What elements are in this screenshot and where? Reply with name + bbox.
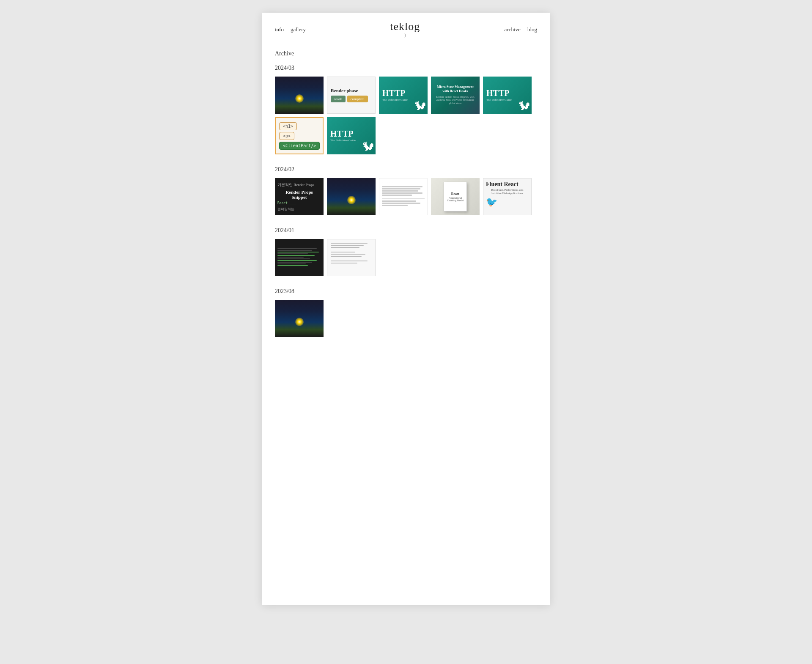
thumb-react-book[interactable]: React FoundationalThinking Model xyxy=(431,178,480,215)
header-center: teklog ) xyxy=(390,20,420,38)
thumbnails-2023-08 xyxy=(275,300,537,337)
header: info gallery teklog ) archive blog xyxy=(262,13,550,43)
dc-line-1 xyxy=(277,248,317,249)
article-title-line: - - - - - - - xyxy=(382,181,393,184)
thumb-dark-sunset-2[interactable] xyxy=(327,178,376,215)
render-phase-buttons: work complete xyxy=(331,96,368,102)
article-line-4 xyxy=(382,192,422,194)
wd-line-7 xyxy=(331,261,368,261)
thumb-html-elements[interactable]: <h1> <p> <ClientPart/> xyxy=(275,117,324,154)
http-label-3: HTTP xyxy=(330,129,353,138)
work-button: work xyxy=(331,96,346,102)
wd-line-8 xyxy=(331,263,357,263)
thumb-text-article[interactable]: - - - - - - - xyxy=(379,178,428,215)
thumb-render-phase[interactable]: Render phase work complete xyxy=(327,77,376,114)
dc-line-7 xyxy=(277,258,310,259)
render-props-main: Render Props Snippet xyxy=(277,189,321,200)
wd-line-3 xyxy=(331,247,359,248)
wd-line-5 xyxy=(331,254,365,255)
article-line-2 xyxy=(382,188,420,189)
wd-line-2 xyxy=(331,245,364,246)
thumb-dark-sunset-1[interactable] xyxy=(275,77,324,114)
micro-state-sub: Explore custom hooks, libraries, Vue, Zu… xyxy=(433,96,477,105)
thumbnails-2024-03: Render phase work complete HTTP The Defi… xyxy=(275,77,537,154)
react-book-cover: React FoundationalThinking Model xyxy=(444,182,467,211)
thumb-fluent-react[interactable]: Fluent React Build fast, Performant, and… xyxy=(483,178,532,215)
dc-line-10 xyxy=(277,263,306,264)
dc-line-5 xyxy=(277,255,315,256)
render-phase-title: Render phase xyxy=(331,88,358,93)
thumb-dark-code[interactable] xyxy=(275,239,324,276)
http-label-1: HTTP xyxy=(382,89,405,97)
thumb-http-3[interactable]: HTTP The Definitive Guide 🐿 xyxy=(327,117,376,154)
article-line-5 xyxy=(382,195,412,196)
article-line-1 xyxy=(382,186,422,187)
squirrel-icon-1: 🐿 xyxy=(414,99,426,113)
dc-line-8 xyxy=(277,260,317,261)
render-props-header: 기본적인 Render Props xyxy=(277,182,314,188)
section-date-2024-03: 2024/03 xyxy=(275,65,537,71)
render-props-code: React ___ xyxy=(277,201,296,205)
fluent-react-title: Fluent React xyxy=(486,181,518,187)
fluent-react-sub: Build fast, Performant, and Intuitive We… xyxy=(486,188,529,195)
nav-left: info gallery xyxy=(275,26,306,33)
page-heading: Archive xyxy=(275,50,537,57)
article-line-3 xyxy=(382,190,418,192)
client-part-tag: <ClientPart/> xyxy=(279,142,320,150)
render-props-desc: 렌더링하는 xyxy=(277,207,294,211)
section-2024-02: 2024/02 기본적인 Render Props Render Props S… xyxy=(275,166,537,215)
section-date-2024-02: 2024/02 xyxy=(275,166,537,173)
react-book-title: React xyxy=(451,192,460,196)
thumb-render-props[interactable]: 기본적인 Render Props Render Props Snippet R… xyxy=(275,178,324,215)
thumb-micro-state[interactable]: Micro State Management with React Hooks … xyxy=(431,77,480,114)
complete-button: complete xyxy=(347,96,368,102)
section-2024-01: 2024/01 xyxy=(275,227,537,276)
squirrel-icon-3: 🐿 xyxy=(362,140,374,154)
http-sub-3: The Definitive Guide xyxy=(330,139,356,142)
react-book-sub: FoundationalThinking Model xyxy=(447,197,464,202)
dc-line-9 xyxy=(277,262,312,263)
section-date-2024-01: 2024/01 xyxy=(275,227,537,234)
micro-state-title: Micro State Management with React Hooks xyxy=(433,85,477,94)
dc-line-6 xyxy=(277,257,304,258)
thumbnails-2024-02: 기본적인 Render Props Render Props Snippet R… xyxy=(275,178,537,215)
squirrel-icon-2: 🐿 xyxy=(518,99,530,113)
thumb-http-1[interactable]: HTTP The Definitive Guide 🐿 xyxy=(379,77,428,114)
nav-info[interactable]: info xyxy=(275,26,284,33)
main-content: Archive 2024/03 Render phase work comple… xyxy=(262,43,550,337)
article-line-8 xyxy=(382,205,408,206)
page-container: info gallery teklog ) archive blog Archi… xyxy=(262,13,550,605)
h1-tag: <h1> xyxy=(279,122,297,130)
article-line-7 xyxy=(382,203,420,204)
section-2024-03: 2024/03 Render phase work complete xyxy=(275,65,537,154)
http-sub-2: The Definitive Guide xyxy=(486,98,512,102)
dc-line-11 xyxy=(277,265,308,266)
dc-line-2 xyxy=(277,250,312,251)
section-date-2023-08: 2023/08 xyxy=(275,288,537,295)
dc-line-4 xyxy=(277,253,308,254)
article-divider xyxy=(382,198,425,207)
site-title: teklog xyxy=(390,20,420,33)
wd-line-4 xyxy=(331,252,355,252)
nav-gallery[interactable]: gallery xyxy=(291,26,306,33)
wd-line-6 xyxy=(331,256,362,257)
nav-blog[interactable]: blog xyxy=(527,26,537,33)
dc-line-3 xyxy=(277,252,319,252)
section-2023-08: 2023/08 xyxy=(275,288,537,337)
http-label-2: HTTP xyxy=(486,89,509,97)
thumbnails-2024-01 xyxy=(275,239,537,276)
hummingbird-icon: 🐦 xyxy=(486,197,497,208)
article-line-6 xyxy=(382,200,416,202)
thumb-white-doc[interactable] xyxy=(327,239,376,276)
thumb-http-2[interactable]: HTTP The Definitive Guide 🐿 xyxy=(483,77,532,114)
thumb-dark-sunset-3[interactable] xyxy=(275,300,324,337)
site-subtitle: ) xyxy=(390,32,420,38)
nav-archive[interactable]: archive xyxy=(505,26,521,33)
p-tag: <p> xyxy=(279,132,294,140)
http-sub-1: The Definitive Guide xyxy=(382,98,408,102)
wd-line-1 xyxy=(331,243,368,244)
nav-right: archive blog xyxy=(505,26,537,33)
